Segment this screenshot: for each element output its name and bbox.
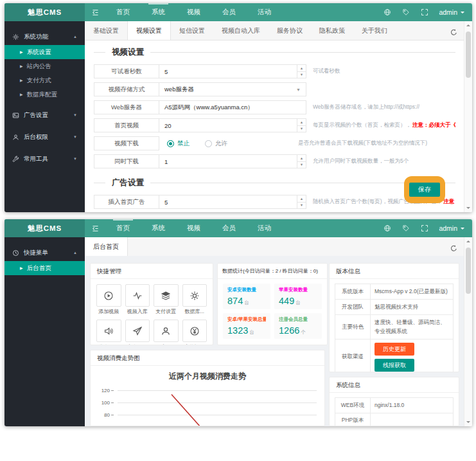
tab-bar: 后台首页 — [85, 237, 472, 257]
y-tick: 120 — [93, 388, 114, 393]
system-info-panel: 系统信息 WEB环境 nginx/1.18.0 PHP版本 — [329, 377, 459, 426]
tab-video-auto-import[interactable]: 视频自动入库 — [213, 21, 269, 40]
user-menu[interactable]: admin — [434, 224, 464, 232]
pulse-icon — [132, 291, 143, 301]
nav-item-home[interactable]: 首页 — [105, 219, 141, 237]
homepage-videos-input[interactable]: 20 ▲▼ — [159, 118, 306, 132]
chevron-down-icon: ▼ — [73, 157, 77, 161]
scroll-up-icon[interactable] — [466, 24, 470, 26]
quick-user-management[interactable]: 用户管理 — [154, 320, 179, 345]
tag-icon[interactable] — [396, 224, 415, 232]
simultaneous-downloads-input[interactable]: 1 ▲▼ — [159, 154, 306, 168]
nav-item-video[interactable]: 视频 — [176, 3, 211, 21]
tab-dashboard[interactable]: 后台首页 — [85, 237, 128, 256]
scroll-down-icon[interactable] — [466, 421, 470, 423]
fullscreen-icon[interactable] — [415, 224, 434, 232]
chevron-down-icon: ▼ — [296, 87, 301, 92]
nav-item-home[interactable]: 首页 — [105, 3, 141, 21]
username: admin — [439, 8, 457, 16]
field-hint: 允许用户同时下载视频数量，一般为5个 — [313, 154, 409, 168]
sidebar-item-payment-method[interactable]: ▶ 支付方式 — [4, 73, 85, 87]
quick-ad-management[interactable]: 广告管理 — [125, 320, 150, 345]
sidebar-group-tools[interactable]: 常用工具 ▼ — [4, 150, 85, 167]
field-hint: 是否允许普通会员下载视频(下载地址不为空的情况下) — [298, 136, 427, 150]
tab-service-agreement[interactable]: 服务协议 — [269, 21, 311, 40]
sidebar-item-site-notice[interactable]: ▶ 站内公告 — [4, 59, 85, 73]
scrollbar[interactable] — [464, 237, 472, 426]
scroll-down-icon[interactable] — [466, 207, 470, 209]
tab-video-settings[interactable]: 视频设置 — [127, 21, 171, 40]
arrow-icon: ▶ — [20, 64, 23, 68]
scrollbar[interactable] — [464, 21, 472, 212]
panel-title: 系统信息 — [330, 377, 459, 393]
save-button[interactable]: 保存 — [409, 183, 440, 197]
header-actions: admin — [378, 3, 472, 21]
number-stepper[interactable]: ▲▼ — [297, 65, 306, 78]
history-updates-button[interactable]: 历史更新 — [375, 343, 414, 356]
tab-privacy-policy[interactable]: 隐私政策 — [311, 21, 353, 40]
sidebar-group-permissions[interactable]: 后台权限 ▼ — [4, 129, 85, 145]
sidebar-item-system-settings[interactable]: ▶ 系统设置 — [4, 45, 85, 59]
quick-recharge-records[interactable]: 充值记录 — [182, 320, 207, 345]
storage-mode-select[interactable]: web服务器 ▼ — [159, 82, 306, 96]
globe-icon[interactable] — [378, 8, 396, 16]
tab-basic-settings[interactable]: 基础设置 — [85, 21, 127, 40]
field-label: 插入首页广告 — [94, 195, 159, 209]
radio-allow[interactable]: 允许 — [205, 140, 227, 148]
sidebar-item-database-config[interactable]: ▶ 数据库配置 — [4, 87, 85, 102]
nav-item-system[interactable]: 系统 — [141, 219, 176, 237]
app-logo[interactable]: 魅思CMS — [4, 219, 85, 237]
quick-notice-management[interactable]: 公告管理 — [96, 320, 121, 345]
sidebar-group-system[interactable]: 系统功能 ▲ — [4, 28, 85, 45]
nav-item-activity[interactable]: 活动 — [247, 219, 282, 237]
quick-add-video[interactable]: 添加视频 — [96, 284, 121, 315]
scroll-thumb[interactable] — [466, 248, 471, 294]
fullscreen-icon[interactable] — [415, 8, 434, 16]
web-server-input[interactable]: A5源码网（www.a5yuanma.cn） — [159, 100, 306, 114]
dashboard-content: 快捷管理 添加视频 视频入库 — [85, 256, 464, 426]
nav-item-activity[interactable]: 活动 — [247, 3, 282, 21]
quick-database[interactable]: 数据库... — [182, 284, 207, 315]
channel-access-button[interactable]: 线报获取 — [375, 359, 414, 372]
nav-item-video[interactable]: 视频 — [176, 219, 211, 237]
y-tick: 100 — [93, 400, 114, 406]
number-stepper[interactable]: ▲▼ — [297, 195, 306, 208]
section-video-settings: 视频设置 — [94, 47, 455, 58]
nav-item-system[interactable]: 系统 — [141, 3, 176, 21]
user-menu[interactable]: admin — [434, 8, 464, 16]
collapse-sidebar-icon[interactable] — [85, 3, 105, 21]
header-actions: admin — [378, 219, 472, 237]
panel-title: 快捷管理 — [91, 264, 213, 279]
globe-icon[interactable] — [378, 224, 396, 232]
gear-icon — [190, 291, 200, 301]
collapse-sidebar-icon[interactable] — [85, 219, 105, 237]
quick-video-import[interactable]: 视频入库 — [125, 284, 150, 315]
nav-item-member[interactable]: 会员 — [211, 3, 247, 21]
nav-item-member[interactable]: 会员 — [211, 219, 247, 237]
sidebar-group-quick-menu[interactable]: 快捷菜单 ▲ — [4, 244, 85, 261]
number-stepper[interactable]: ▲▼ — [297, 155, 306, 168]
refresh-icon[interactable] — [450, 26, 458, 38]
sidebar-item-dashboard[interactable]: ▶ 后台首页 — [4, 261, 85, 275]
dashboard-window: 魅思CMS 首页 系统 视频 会员 活动 admin 快捷菜单 ▲ ▶ 后台首页 — [4, 219, 472, 426]
stat-value: 874 — [227, 296, 243, 306]
tab-sms-settings[interactable]: 短信设置 — [171, 21, 213, 40]
tab-about-us[interactable]: 关于我们 — [353, 21, 396, 40]
play-icon — [103, 291, 114, 301]
clock-icon — [12, 249, 19, 257]
gear-icon — [12, 33, 19, 41]
click-highlight: 保存 — [404, 176, 445, 203]
table-row: 获取渠道 历史更新 线报获取 — [335, 339, 453, 372]
tag-icon[interactable] — [396, 8, 415, 16]
scroll-up-icon[interactable] — [466, 240, 470, 242]
trial-seconds-input[interactable]: 5 ▲▼ — [159, 64, 306, 78]
sidebar-group-ads[interactable]: 广告设置 ▼ — [4, 107, 85, 123]
radio-forbid[interactable]: 禁止 — [167, 140, 190, 148]
refresh-icon[interactable] — [450, 242, 458, 254]
homepage-ads-input[interactable]: 5 ▲▼ — [159, 195, 306, 209]
app-logo[interactable]: 魅思CMS — [4, 3, 85, 21]
number-stepper[interactable]: ▲▼ — [297, 119, 306, 132]
scroll-thumb[interactable] — [466, 32, 471, 78]
tab-bar: 基础设置 视频设置 短信设置 视频自动入库 服务协议 隐私政策 关于我们 — [85, 21, 472, 41]
quick-payment-settings[interactable]: 支付设置 — [154, 284, 179, 315]
